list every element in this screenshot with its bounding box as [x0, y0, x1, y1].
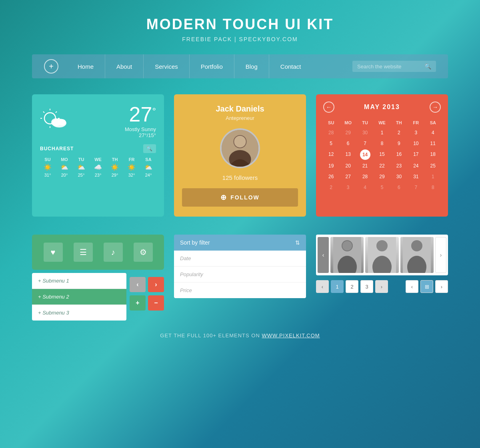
cal-day[interactable]: 6 — [340, 139, 356, 148]
sort-select-header[interactable]: Sort by filter ⇅ — [174, 235, 306, 251]
cal-day[interactable]: 7 — [408, 183, 424, 192]
profile-followers: 125 followers — [222, 174, 258, 181]
cal-day[interactable]: 28 — [357, 172, 373, 181]
search-input[interactable] — [357, 64, 424, 70]
cal-day[interactable]: 3 — [408, 128, 424, 137]
stepper-minus-button[interactable]: − — [148, 295, 164, 311]
media-sound-button[interactable]: ♪ — [104, 243, 123, 262]
stepper-plus-button[interactable]: + — [130, 295, 146, 311]
page-prev-button[interactable]: ‹ — [316, 280, 329, 293]
cal-day[interactable]: 10 — [408, 139, 424, 148]
cal-day[interactable]: 23 — [391, 161, 407, 171]
cal-day[interactable]: 24 — [408, 161, 424, 171]
weather-icon — [40, 107, 68, 134]
cal-day[interactable]: 5 — [374, 183, 390, 192]
cal-day-today[interactable]: 14 — [360, 149, 370, 160]
cal-day[interactable]: 13 — [340, 149, 356, 160]
weather-temp-area: 27° Mostly Sunny 27°/15° — [125, 102, 156, 138]
media-settings-button[interactable]: ⚙ — [134, 243, 153, 262]
cal-dow-su: SU — [323, 119, 339, 127]
nav-item-services[interactable]: Services — [144, 54, 190, 78]
view-grid-button[interactable]: ⊞ — [420, 280, 433, 293]
cal-day[interactable]: 17 — [408, 149, 424, 160]
cal-day[interactable]: 19 — [323, 161, 339, 171]
cal-day[interactable]: 27 — [340, 172, 356, 181]
cal-dow-sa: SA — [425, 119, 441, 127]
calendar-prev-button[interactable]: ← — [323, 102, 334, 113]
cal-day[interactable]: 2 — [391, 128, 407, 137]
cal-day[interactable]: 29 — [374, 172, 390, 181]
profile-name: Jack Daniels — [216, 104, 264, 113]
stepper-next-button[interactable]: › — [148, 277, 164, 292]
cal-day[interactable]: 4 — [425, 128, 441, 137]
cal-day[interactable]: 1 — [425, 172, 441, 181]
gallery-next-button[interactable]: › — [435, 237, 446, 273]
media-heart-button[interactable]: ♥ — [44, 243, 63, 262]
page-button-3[interactable]: 3 — [360, 280, 373, 293]
submenu-item-2[interactable]: + Submenu 2 — [32, 289, 126, 305]
media-list-button[interactable]: ☰ — [74, 243, 93, 262]
cal-day[interactable]: 25 — [425, 161, 441, 171]
cal-day[interactable]: 20 — [340, 161, 356, 171]
submenu-list: + Submenu 1 + Submenu 2 + Submenu 3 — [32, 273, 126, 321]
calendar-next-button[interactable]: → — [430, 102, 441, 113]
cal-day[interactable]: 8 — [425, 183, 441, 192]
weather-search[interactable]: 🔍 — [143, 144, 156, 153]
submenu-item-1[interactable]: + Submenu 1 — [32, 273, 126, 289]
cal-day[interactable]: 18 — [425, 149, 441, 160]
cal-day[interactable]: 16 — [391, 149, 407, 160]
avatar — [220, 128, 260, 168]
cal-dow-fr: FR — [408, 119, 424, 127]
sort-option-popularity[interactable]: Popularity — [174, 267, 306, 283]
page-button-1[interactable]: 1 — [331, 280, 344, 293]
weather-temperature: 27° — [125, 102, 156, 126]
cal-day[interactable]: 7 — [357, 139, 373, 148]
gallery-prev-button[interactable]: ‹ — [318, 237, 329, 273]
weather-description: Mostly Sunny 27°/15° — [125, 126, 156, 138]
nav-item-contact[interactable]: Contact — [269, 54, 312, 78]
cal-day[interactable]: 15 — [374, 149, 390, 160]
page-button-2[interactable]: 2 — [346, 280, 358, 293]
weather-location: BUCHAREST 🔍 — [40, 144, 156, 153]
cal-day[interactable]: 2 — [323, 183, 339, 192]
follow-button[interactable]: ⊕ FOLLOW — [182, 188, 298, 207]
cal-day[interactable]: 11 — [425, 139, 441, 148]
cal-day[interactable]: 1 — [374, 128, 390, 137]
calendar-widget: ← MAY 2013 → SU MO TU WE TH FR SA 28 29 … — [316, 94, 448, 217]
weather-forecast: SU ☀️ 31° MO ⛅ 20° TU ⛅ 25° WE ☁️ 23° TH — [40, 157, 156, 177]
cal-day[interactable]: 21 — [357, 161, 373, 171]
nav-plus-button[interactable]: + — [44, 59, 58, 74]
view-next-button[interactable]: › — [435, 280, 448, 293]
cal-day[interactable]: 8 — [374, 139, 390, 148]
view-prev-button[interactable]: ‹ — [406, 280, 418, 293]
cal-day[interactable]: 22 — [374, 161, 390, 171]
cal-day[interactable]: 12 — [323, 149, 339, 160]
profile-title: Antepreneur — [226, 115, 254, 121]
sort-option-date[interactable]: Date — [174, 251, 306, 267]
cal-day[interactable]: 31 — [408, 172, 424, 181]
cal-day[interactable]: 9 — [391, 139, 407, 148]
cal-day[interactable]: 4 — [357, 183, 373, 192]
footer-link[interactable]: WWW.PIXELKIT.COM — [262, 333, 320, 338]
cal-day[interactable]: 3 — [340, 183, 356, 192]
sort-option-price[interactable]: Price — [174, 283, 306, 298]
cal-day[interactable]: 6 — [391, 183, 407, 192]
cal-day[interactable]: 28 — [323, 128, 339, 137]
nav-items: Home About Services Portfolio Blog Conta… — [66, 54, 352, 78]
nav-item-home[interactable]: Home — [66, 54, 105, 78]
nav-item-blog[interactable]: Blog — [234, 54, 269, 78]
cal-day[interactable]: 29 — [340, 128, 356, 137]
page-next-button[interactable]: › — [375, 280, 388, 293]
submenu-item-3[interactable]: + Submenu 3 — [32, 305, 126, 321]
cal-day[interactable]: 30 — [391, 172, 407, 181]
cal-day[interactable]: 5 — [323, 139, 339, 148]
stepper-prev-button[interactable]: ‹ — [130, 277, 146, 292]
calendar-month-title: MAY 2013 — [364, 104, 400, 111]
cal-day[interactable]: 26 — [323, 172, 339, 181]
cal-dow-we: WE — [374, 119, 390, 127]
svg-point-10 — [58, 119, 66, 125]
nav-item-portfolio[interactable]: Portfolio — [190, 54, 234, 78]
sort-chevron-icon: ⇅ — [295, 239, 300, 246]
nav-item-about[interactable]: About — [105, 54, 144, 78]
cal-day[interactable]: 30 — [357, 128, 373, 137]
